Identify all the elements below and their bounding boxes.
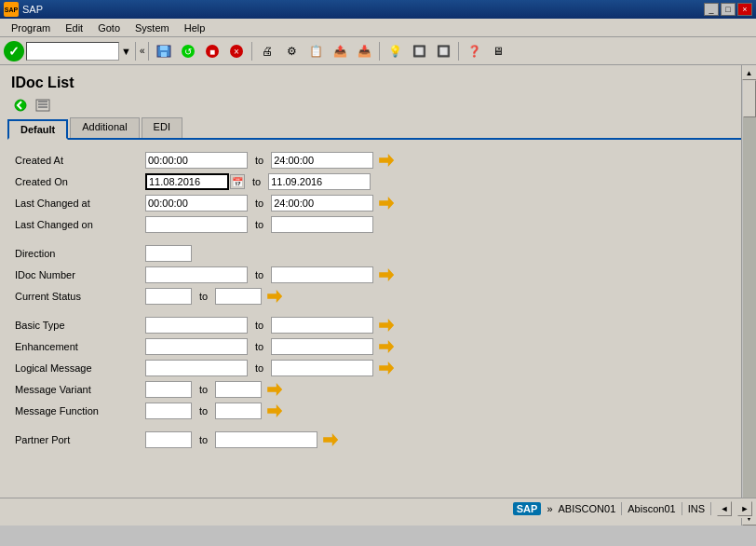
layout-btn-2[interactable]: 🔲 [432,41,454,61]
arrow-basic-type[interactable] [377,317,396,334]
page-title: IDoc List [7,69,749,95]
label-direction: Direction [15,248,145,259]
refresh-button[interactable]: ↺ [177,41,199,61]
input-last-changed-on-from[interactable] [145,216,248,233]
form-row-message-function: Message Function to [15,402,730,420]
content-wrapper: ✓ ▼ « ↺ ■ × 🖨 ⚙ 📋 📤 📥 💡 🔲 🔲 ❓ 🖥 [0,37,756,518]
input-message-variant-to[interactable] [215,381,262,398]
input-idoc-number-from[interactable] [145,266,248,283]
cancel-button[interactable]: × [225,41,248,61]
stop-button[interactable]: ■ [201,41,223,61]
input-last-changed-at-from[interactable] [145,195,248,212]
label-basic-type: Basic Type [15,320,145,331]
back-icon-btn[interactable] [11,97,30,114]
toolbar-sep-1 [135,42,136,61]
input-message-function-from[interactable] [145,403,192,419]
tab-default[interactable]: Default [7,119,68,140]
label-current-status: Current Status [15,291,145,302]
to-label-created-at: to [248,155,271,166]
save-button[interactable] [153,41,175,61]
close-button[interactable]: × [737,3,752,16]
execute-button[interactable]: ✓ [4,41,24,61]
arrow-icon-current-status [267,290,282,303]
app-logo-icon: SAP [4,2,19,17]
copy-button[interactable]: 📋 [304,41,327,61]
maximize-button[interactable]: □ [721,3,736,16]
command-input[interactable] [26,42,119,61]
toolbar: ✓ ▼ « ↺ ■ × 🖨 ⚙ 📋 📤 📥 💡 🔲 🔲 ❓ 🖥 [0,37,756,65]
history-button[interactable]: ▼ [121,46,131,57]
input-created-on-to[interactable] [268,173,371,190]
list-icon-btn[interactable] [34,97,52,114]
menu-program[interactable]: Program [4,20,58,35]
input-basic-type-from[interactable] [145,317,248,334]
input-last-changed-at-to[interactable] [271,195,373,212]
input-current-status-to[interactable] [215,288,262,305]
form-row-current-status: Current Status to [15,287,730,306]
form-row-created-on: Created On 📅 to [15,172,730,191]
input-basic-type-to[interactable] [271,317,373,334]
svg-text:×: × [235,47,240,57]
info-button[interactable]: 💡 [384,41,406,61]
scroll-thumb[interactable] [743,80,756,117]
menu-help[interactable]: Help [177,20,213,35]
layout-btn-1[interactable]: 🔲 [408,41,430,61]
input-last-changed-on-to[interactable] [271,216,373,233]
menu-system[interactable]: System [128,20,177,35]
to-label-partner-port: to [192,434,215,445]
print-button[interactable]: 🖨 [256,41,278,61]
svg-rect-12 [38,103,47,105]
scroll-track [743,80,756,511]
arrow-icon-enhancement [379,340,394,353]
input-enhancement-to[interactable] [271,338,373,355]
arrow-message-variant[interactable] [265,381,284,398]
input-logical-message-to[interactable] [271,360,373,376]
status-nav-right[interactable]: ► [737,501,752,516]
input-logical-message-from[interactable] [145,360,248,376]
status-nav-left[interactable]: ◄ [717,501,732,516]
scroll-up-button[interactable]: ▲ [742,65,757,80]
input-idoc-number-to[interactable] [271,266,373,283]
title-bar-controls[interactable]: _ □ × [704,3,752,16]
calendar-icon[interactable]: 📅 [230,174,245,189]
download-button[interactable]: 📥 [353,41,375,61]
input-created-at-to[interactable] [271,152,373,169]
arrow-last-changed-at[interactable] [377,195,396,212]
minimize-button[interactable]: _ [704,3,719,16]
sep-1 [15,237,730,244]
form-row-created-at: Created At to [15,151,730,170]
input-created-at-from[interactable] [145,152,248,169]
input-partner-port-from[interactable] [145,431,192,448]
arrow-enhancement[interactable] [377,338,396,355]
form-row-message-variant: Message Variant to [15,380,730,399]
arrow-partner-port[interactable] [321,431,340,448]
arrow-message-function[interactable] [265,403,284,419]
back-button[interactable]: « [140,46,145,56]
arrow-logical-message[interactable] [377,360,396,376]
menu-edit[interactable]: Edit [58,20,90,35]
form-row-idoc-number: IDoc Number to [15,266,730,284]
input-direction[interactable] [145,245,192,262]
upload-button[interactable]: 📤 [329,41,351,61]
label-message-function: Message Function [15,405,145,416]
tab-additional[interactable]: Additional [70,117,139,138]
input-enhancement-from[interactable] [145,338,248,355]
svg-rect-11 [38,101,47,102]
arrow-created-at[interactable] [377,152,396,169]
form-content: Created At to Created On 📅 to [7,147,749,507]
input-current-status-from[interactable] [145,288,192,305]
label-message-variant: Message Variant [15,384,145,395]
arrow-idoc-number[interactable] [377,266,396,283]
input-message-function-to[interactable] [215,403,262,419]
input-created-on-from[interactable] [145,173,229,190]
toolbar-sep-4 [379,42,380,61]
vertical-scrollbar[interactable]: ▲ ▼ [741,65,756,526]
input-partner-port-to[interactable] [215,431,317,448]
tab-edi[interactable]: EDI [142,117,182,138]
menu-goto[interactable]: Goto [90,20,128,35]
arrow-current-status[interactable] [265,288,284,305]
input-message-variant-from[interactable] [145,381,192,398]
monitor-button[interactable]: 🖥 [487,41,509,61]
settings-button[interactable]: ⚙ [280,41,303,61]
help-button[interactable]: ❓ [463,41,485,61]
